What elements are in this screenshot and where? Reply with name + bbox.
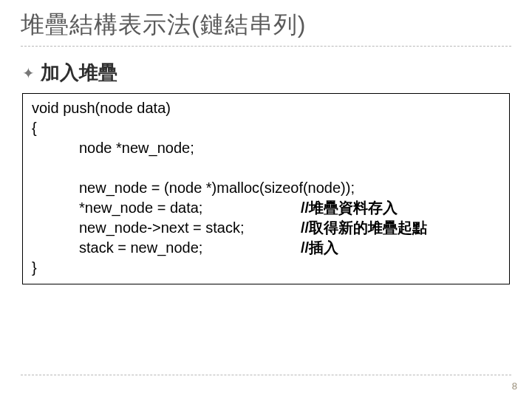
code-fragment: stack = new_node;: [79, 238, 301, 258]
code-comment: //堆疊資料存入: [301, 198, 398, 218]
code-comment: //取得新的堆疊起點: [301, 218, 427, 238]
code-line: }: [32, 258, 500, 278]
slide-container: 堆疊結構表示法(鏈結串列) ✦ 加入堆疊 void push(node data…: [0, 0, 532, 399]
code-line: stack = new_node; //插入: [32, 238, 500, 258]
page-number: 8: [512, 381, 517, 392]
code-block: void push(node data) { node *new_node; n…: [22, 93, 510, 284]
code-line: node *new_node;: [32, 138, 500, 158]
footer-divider: [21, 375, 511, 375]
bullet-item: ✦ 加入堆疊: [21, 60, 511, 86]
code-fragment: new_node->next = stack;: [79, 218, 301, 238]
slide-title: 堆疊結構表示法(鏈結串列): [21, 9, 511, 46]
code-fragment: *new_node = data;: [79, 198, 301, 218]
code-line: {: [32, 118, 500, 138]
code-line: *new_node = data; //堆疊資料存入: [32, 198, 500, 218]
title-divider: [21, 46, 511, 47]
code-line: new_node->next = stack; //取得新的堆疊起點: [32, 218, 500, 238]
bullet-text: 加入堆疊: [41, 60, 117, 86]
code-line: new_node = (node *)malloc(sizeof(node));: [32, 178, 500, 198]
bullet-icon: ✦: [22, 66, 35, 81]
code-blank-line: [32, 158, 500, 178]
code-comment: //插入: [301, 238, 338, 258]
code-line: void push(node data): [32, 98, 500, 118]
